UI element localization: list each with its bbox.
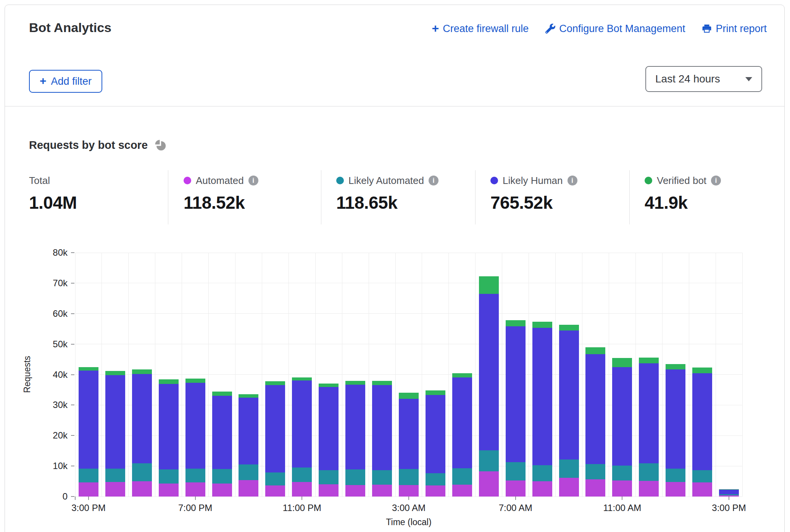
bar-segment: [479, 276, 499, 294]
configure-bot-management-label: Configure Bot Management: [559, 23, 685, 35]
stat-automated-value: 118.52k: [184, 192, 258, 213]
gridline: [742, 253, 743, 497]
gridline: [182, 253, 182, 497]
bar-segment: [292, 468, 312, 482]
x-tick-label: 11:00 PM: [269, 503, 334, 513]
y-tick-label: 80k: [29, 247, 68, 258]
x-tick-label: 3:00 PM: [696, 503, 761, 513]
gridline: [128, 253, 129, 497]
gridline: [208, 253, 209, 497]
bar-segment: [372, 485, 392, 497]
y-tick-mark: [71, 405, 74, 405]
bar-segment: [265, 485, 285, 497]
verified-bot-legend-dot: [645, 177, 652, 184]
divider: [629, 170, 630, 224]
gridline: [262, 253, 262, 497]
x-tick-mark: [622, 497, 622, 500]
gridline: [689, 253, 689, 497]
y-tick-label: 70k: [29, 278, 68, 289]
bar-segment: [292, 482, 312, 497]
x-tick-label: 7:00 PM: [163, 503, 228, 513]
info-icon[interactable]: i: [429, 176, 439, 185]
bar-segment: [345, 469, 365, 485]
bar-segment: [185, 482, 205, 497]
print-report-link[interactable]: Print report: [702, 23, 767, 35]
y-tick-mark: [71, 283, 74, 284]
stat-likely-human: Likely Human i 765.52k: [490, 170, 577, 213]
bar-segment: [532, 328, 552, 465]
info-icon[interactable]: i: [248, 176, 258, 185]
divider: [475, 170, 476, 224]
gridline: [75, 344, 742, 344]
gridline: [609, 253, 609, 497]
gridline: [502, 253, 502, 497]
bar-segment: [559, 330, 579, 460]
stat-total-value: 1.04M: [29, 192, 77, 213]
bar-segment: [639, 363, 659, 463]
header-actions: + Create firewall rule Configure Bot Man…: [432, 23, 767, 35]
gridline: [635, 253, 636, 497]
stat-likely-automated-value: 118.65k: [336, 192, 439, 213]
add-filter-button[interactable]: + Add filter: [29, 70, 102, 93]
bar-segment: [452, 373, 472, 377]
bar-segment: [612, 358, 632, 367]
bar-segment: [105, 371, 125, 375]
info-icon[interactable]: i: [711, 176, 721, 185]
stat-automated-label: Automated: [196, 175, 244, 187]
configure-bot-management-link[interactable]: Configure Bot Management: [545, 23, 685, 35]
section-title: Requests by bot score: [29, 139, 148, 152]
bar-segment: [399, 399, 419, 469]
bar-segment: [452, 468, 472, 485]
chevron-down-icon: [745, 77, 752, 81]
gridline: [555, 253, 556, 497]
likely-human-legend-dot: [490, 177, 498, 184]
bar-segment: [719, 490, 739, 494]
bar-segment: [292, 377, 312, 381]
bar-segment: [426, 390, 445, 395]
pie-chart-icon: [154, 139, 167, 152]
bar-segment: [479, 450, 499, 471]
bar-segment: [105, 482, 125, 497]
stat-total: Total 1.04M: [29, 170, 77, 213]
gridline: [235, 253, 235, 497]
divider: [321, 170, 321, 224]
y-tick-label: 40k: [29, 369, 68, 380]
bar-segment: [666, 364, 685, 369]
card-header: Bot Analytics + Create firewall rule Con…: [5, 5, 784, 106]
y-tick-mark: [71, 435, 74, 436]
bar-segment: [239, 480, 258, 497]
bar-segment: [185, 379, 205, 383]
y-tick-label: 60k: [29, 308, 68, 319]
bar-segment: [185, 469, 205, 483]
bar-segment: [585, 479, 605, 497]
bar-segment: [719, 489, 739, 490]
time-range-dropdown[interactable]: Last 24 hours: [645, 66, 762, 92]
y-tick-label: 50k: [29, 339, 68, 350]
bar-segment: [532, 465, 552, 481]
bar-segment: [666, 369, 685, 469]
divider: [168, 170, 168, 224]
bar-segment: [585, 347, 605, 354]
gridline: [102, 253, 102, 497]
info-icon[interactable]: i: [568, 176, 577, 185]
bar-segment: [506, 320, 526, 326]
bar-segment: [585, 464, 605, 480]
gridline: [289, 253, 289, 497]
gridline: [448, 253, 449, 497]
y-tick-label: 30k: [29, 400, 68, 410]
y-tick-label: 20k: [29, 430, 68, 441]
add-filter-label: Add filter: [51, 76, 92, 87]
bar-segment: [452, 485, 472, 497]
bar-segment: [639, 358, 659, 363]
bar-segment: [426, 473, 445, 486]
bar-segment: [319, 387, 339, 470]
bar-segment: [159, 484, 179, 497]
bar-segment: [612, 466, 632, 481]
bar-segment: [612, 480, 632, 497]
bar-segment: [212, 469, 232, 484]
gridline: [342, 253, 342, 497]
bar-segment: [426, 485, 445, 497]
create-firewall-rule-link[interactable]: + Create firewall rule: [432, 23, 529, 35]
bar-segment: [692, 470, 712, 483]
create-firewall-rule-label: Create firewall rule: [443, 23, 529, 35]
